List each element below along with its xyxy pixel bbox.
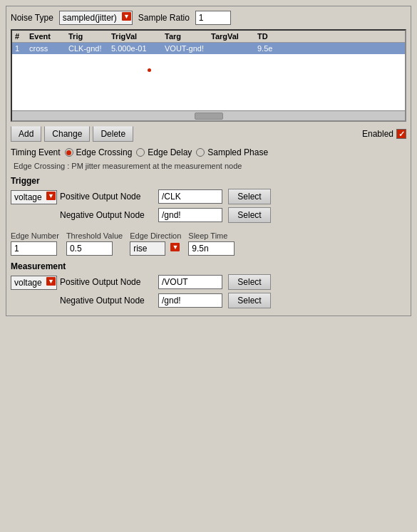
edge-direction-dropdown-wrap[interactable]: rise fall both [130,241,181,256]
trigger-positive-node-input[interactable] [158,189,222,204]
radio-edge-delay-label: Edge Delay [148,147,192,157]
noise-type-dropdown-wrap[interactable]: sampled(jitter) [59,11,133,25]
enabled-checkbox[interactable] [396,129,406,139]
col-header-event: Event [29,32,68,41]
col-header-trigval: TrigVal [111,32,165,41]
sleep-time-col: Sleep Time [188,231,235,256]
radio-edge-delay[interactable]: Edge Delay [136,147,192,157]
noise-type-label: Noise Type [11,13,53,23]
trigger-voltage-dropdown-wrap[interactable]: voltage current [11,190,57,204]
threshold-col: Threshold Value [66,231,123,256]
top-bar: Noise Type sampled(jitter) Sample Ratio [11,11,406,25]
radio-sampled-phase[interactable]: Sampled Phase [196,147,268,157]
table-row[interactable]: 1 cross CLK-gnd! 5.000e-01 VOUT-gnd! 9.5… [12,43,405,54]
sample-ratio-label: Sample Ratio [138,13,190,23]
action-buttons-row: Add Change Delete Enabled [11,126,406,142]
trigger-voltage-wrap: voltage current Positive Output Node Sel… [11,189,406,226]
sleep-time-input[interactable] [188,241,235,256]
edge-params-row: Edge Number Threshold Value Edge Directi… [11,231,406,256]
description-text: Edge Crossing : PM jitter measurement at… [11,162,406,170]
col-header-targ: Targ [165,32,211,41]
measurement-negative-select-button[interactable]: Select [228,293,271,308]
col-header-targval: TargVal [211,32,257,41]
measurement-negative-node-row: Negative Output Node Select [60,293,406,308]
table-body[interactable]: 1 cross CLK-gnd! 5.000e-01 VOUT-gnd! 9.5… [12,43,405,110]
trigger-negative-select-button[interactable]: Select [228,207,271,223]
row-event: cross [29,44,68,53]
horizontal-scrollbar[interactable] [12,110,405,120]
trigger-voltage-select[interactable]: voltage current [11,190,57,204]
trigger-nodes-section: Positive Output Node Select Negative Out… [60,189,406,226]
edge-number-label: Edge Number [11,231,59,240]
edge-number-input[interactable] [11,241,57,256]
trigger-negative-node-input[interactable] [158,208,222,222]
measurement-voltage-dropdown-wrap[interactable]: voltage current [11,276,57,290]
sample-ratio-input[interactable] [195,11,231,25]
row-trigval: 5.000e-01 [111,44,165,53]
enabled-label: Enabled [362,129,393,139]
measurement-nodes-section: Positive Output Node Select Negative Out… [60,274,406,311]
row-td: 9.5e [257,44,402,53]
measurement-section: Measurement voltage current Positive Out… [11,261,406,311]
edge-number-col: Edge Number [11,231,59,256]
radio-edge-crossing[interactable]: Edge Crossing [65,147,133,157]
timing-event-row: Timing Event Edge Crossing Edge Delay Sa… [11,147,406,157]
measurement-label: Measurement [11,261,406,271]
trigger-label: Trigger [11,176,406,186]
delete-button[interactable]: Delete [93,126,133,142]
dot-indicator [148,68,151,72]
threshold-input[interactable] [66,241,113,256]
trigger-positive-node-row: Positive Output Node Select [60,189,406,204]
measurement-inner: voltage current Positive Output Node Sel… [11,274,406,311]
radio-edge-crossing-btn[interactable] [65,148,73,157]
radio-sampled-phase-label: Sampled Phase [207,147,268,157]
trigger-positive-node-label: Positive Output Node [60,192,153,202]
trigger-negative-node-row: Negative Output Node Select [60,207,406,223]
edge-direction-label: Edge Direction [130,231,181,240]
col-header-td: TD [257,32,289,41]
scrollbar-thumb[interactable] [195,113,223,120]
row-num: 1 [15,44,29,53]
col-header-trig: Trig [68,32,111,41]
measurement-positive-node-input[interactable] [158,275,222,289]
enabled-wrap: Enabled [362,129,406,139]
radio-edge-crossing-label: Edge Crossing [76,147,133,157]
col-header-num: # [15,32,29,41]
measurement-positive-select-button[interactable]: Select [228,274,271,290]
radio-edge-delay-btn[interactable] [136,148,145,157]
noise-type-select[interactable]: sampled(jitter) [59,11,133,25]
table-header: # Event Trig TrigVal Targ TargVal TD [12,31,405,43]
trigger-positive-select-button[interactable]: Select [228,189,271,204]
edge-direction-select[interactable]: rise fall both [130,241,165,256]
main-panel: Noise Type sampled(jitter) Sample Ratio … [6,6,411,316]
measurement-negative-node-input[interactable] [158,293,222,308]
timing-event-label: Timing Event [11,147,61,157]
threshold-label: Threshold Value [66,231,123,240]
add-button[interactable]: Add [11,126,41,142]
measurement-negative-node-label: Negative Output Node [60,296,153,306]
measurement-positive-node-row: Positive Output Node Select [60,274,406,290]
sleep-time-label: Sleep Time [188,231,235,240]
measurement-positive-node-label: Positive Output Node [60,277,153,287]
measurement-voltage-select[interactable]: voltage current [11,276,57,290]
row-trig: CLK-gnd! [68,44,111,53]
trigger-negative-node-label: Negative Output Node [60,210,153,220]
edge-direction-col: Edge Direction rise fall both [130,231,181,256]
radio-sampled-phase-btn[interactable] [196,148,205,157]
events-table: # Event Trig TrigVal Targ TargVal TD 1 c… [11,29,406,122]
change-button[interactable]: Change [44,126,90,142]
row-targ: VOUT-gnd! [165,44,211,53]
trigger-section: Trigger voltage current Positive Output … [11,176,406,226]
